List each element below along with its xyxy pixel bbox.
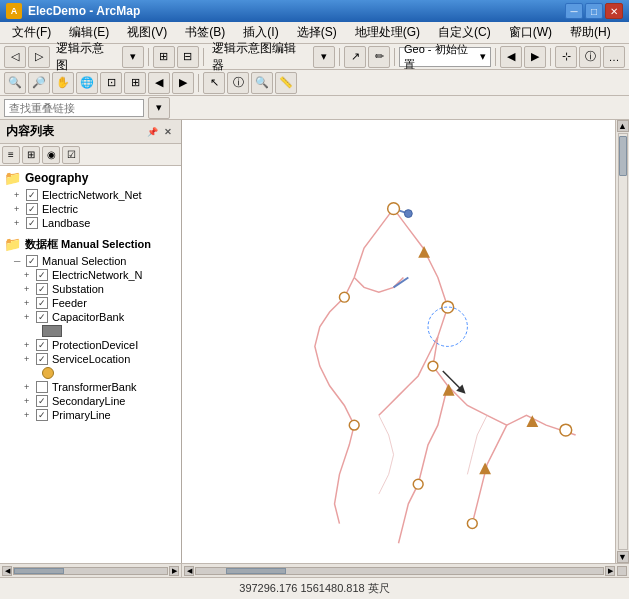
toc-item-servicelocation[interactable]: + ServiceLocation xyxy=(0,352,181,366)
toc-scroll-right[interactable]: ▶ xyxy=(169,566,179,576)
toc-item-capacitorbank-symbol xyxy=(0,324,181,338)
toc-item-capacitorbank[interactable]: + CapacitorBank xyxy=(0,310,181,324)
tb-diagram-dropdown[interactable]: ▾ xyxy=(122,46,144,68)
tb-forward-button[interactable]: ▷ xyxy=(28,46,50,68)
landbase-checkbox[interactable] xyxy=(26,217,38,229)
tb2-select[interactable]: ↖ xyxy=(203,72,225,94)
search-go-button[interactable]: ▾ xyxy=(148,97,170,119)
tb2-full-extent[interactable]: ⊞ xyxy=(124,72,146,94)
svg-point-4 xyxy=(388,203,400,215)
toc-item-transformerbank[interactable]: + TransformerBank xyxy=(0,380,181,394)
tb2-zoom-in[interactable]: 🔍 xyxy=(4,72,26,94)
maximize-button[interactable]: □ xyxy=(585,3,603,19)
window-controls: ─ □ ✕ xyxy=(565,3,623,19)
toc-select-view[interactable]: ☑ xyxy=(62,146,80,164)
tb-separator-2 xyxy=(203,48,204,66)
tb-more-icon[interactable]: … xyxy=(603,46,625,68)
toolbar-editor-label: 逻辑示意图编辑器 xyxy=(208,40,312,74)
tb2-pan[interactable]: ✋ xyxy=(52,72,74,94)
svg-point-6 xyxy=(428,361,438,371)
toc-item-electricnetwork-net[interactable]: + ElectricNetwork_Net xyxy=(0,188,181,202)
expand-icon: + xyxy=(24,298,34,308)
toc-item-landbase[interactable]: + Landbase xyxy=(0,216,181,230)
servicelocation-checkbox[interactable] xyxy=(36,353,48,365)
map-scroll-left[interactable]: ◀ xyxy=(184,566,194,576)
minimize-button[interactable]: ─ xyxy=(565,3,583,19)
protectiondevice-checkbox[interactable] xyxy=(36,339,48,351)
toc-group-geography-header[interactable]: 📁 Geography xyxy=(0,168,181,188)
toc-item-electric[interactable]: + Electric xyxy=(0,202,181,216)
search-bar: ▾ xyxy=(0,96,629,120)
tb-select-icon[interactable]: ⊹ xyxy=(555,46,577,68)
tb-editor-dropdown[interactable]: ▾ xyxy=(313,46,335,68)
toc-vis-view[interactable]: ◉ xyxy=(42,146,60,164)
primaryline-label: PrimaryLine xyxy=(52,409,111,421)
tb-separator-4 xyxy=(394,48,395,66)
map-vertical-scrollbar[interactable]: ▲ ▼ xyxy=(615,120,629,563)
tb-icon2[interactable]: ⊟ xyxy=(177,46,199,68)
window-title: ElecDemo - ArcMap xyxy=(28,4,140,18)
tb-info-icon[interactable]: ⓘ xyxy=(579,46,601,68)
feeder-checkbox[interactable] xyxy=(36,297,48,309)
tb2-identify[interactable]: ⓘ xyxy=(227,72,249,94)
menu-window[interactable]: 窗口(W) xyxy=(501,22,560,43)
servicelocation-label: ServiceLocation xyxy=(52,353,130,365)
scroll-up-btn[interactable]: ▲ xyxy=(617,120,629,132)
toc-toolbar: ≡ ⊞ ◉ ☑ xyxy=(0,144,181,166)
tb2-back[interactable]: ◀ xyxy=(148,72,170,94)
toc-group-manual-header[interactable]: 📁 数据框 Manual Selection xyxy=(0,234,181,254)
close-button[interactable]: ✕ xyxy=(605,3,623,19)
capacitorbank-checkbox[interactable] xyxy=(36,311,48,323)
tb2-globe[interactable]: 🌐 xyxy=(76,72,98,94)
secondaryline-checkbox[interactable] xyxy=(36,395,48,407)
tb-back-button[interactable]: ◁ xyxy=(4,46,26,68)
tb-zoom-next[interactable]: ▶ xyxy=(524,46,546,68)
tb-pen-icon[interactable]: ✏ xyxy=(368,46,390,68)
map-scroll-right[interactable]: ▶ xyxy=(605,566,615,576)
content-wrapper: 内容列表 📌 ✕ ≡ ⊞ ◉ ☑ 📁 Geography xyxy=(0,120,629,599)
map-scroll-thumb[interactable] xyxy=(226,568,286,574)
tb2-extent[interactable]: ⊡ xyxy=(100,72,122,94)
map-area[interactable] xyxy=(182,120,615,563)
toc-item-feeder[interactable]: + Feeder xyxy=(0,296,181,310)
menu-customize[interactable]: 自定义(C) xyxy=(430,22,499,43)
substation-label: Substation xyxy=(52,283,104,295)
toc-pin-icon[interactable]: 📌 xyxy=(145,125,159,139)
menu-help[interactable]: 帮助(H) xyxy=(562,22,619,43)
transformerbank-checkbox[interactable] xyxy=(36,381,48,393)
electric-checkbox[interactable] xyxy=(26,203,38,215)
toc-item-manual-selection[interactable]: ─ Manual Selection xyxy=(0,254,181,268)
tb-cursor-icon[interactable]: ↗ xyxy=(344,46,366,68)
tb2-measure[interactable]: 📏 xyxy=(275,72,297,94)
tb-zoom-prev[interactable]: ◀ xyxy=(500,46,522,68)
expand-icon: + xyxy=(24,270,34,280)
toc-close-icon[interactable]: ✕ xyxy=(161,125,175,139)
toc-scroll-thumb[interactable] xyxy=(14,568,64,574)
tb-icon1[interactable]: ⊞ xyxy=(153,46,175,68)
tb-separator-3 xyxy=(339,48,340,66)
expand-icon: + xyxy=(14,218,24,228)
toc-scroll-left[interactable]: ◀ xyxy=(2,566,12,576)
menu-view[interactable]: 视图(V) xyxy=(119,22,175,43)
primaryline-checkbox[interactable] xyxy=(36,409,48,421)
toc-item-protectiondevice[interactable]: + ProtectionDeviceI xyxy=(0,338,181,352)
toc-item-substation[interactable]: + Substation xyxy=(0,282,181,296)
tb2-forward[interactable]: ▶ xyxy=(172,72,194,94)
toc-item-secondaryline[interactable]: + SecondaryLine xyxy=(0,394,181,408)
menu-geoprocessing[interactable]: 地理处理(G) xyxy=(347,22,428,43)
electricnetwork-checkbox[interactable] xyxy=(26,189,38,201)
electricnetwork-n-checkbox[interactable] xyxy=(36,269,48,281)
toc-item-electricnetwork-n[interactable]: + ElectricNetwork_N xyxy=(0,268,181,282)
toc-list-view[interactable]: ≡ xyxy=(2,146,20,164)
toc-item-primaryline[interactable]: + PrimaryLine xyxy=(0,408,181,422)
expand-icon: + xyxy=(24,354,34,364)
tb2-find[interactable]: 🔍 xyxy=(251,72,273,94)
scroll-thumb-v[interactable] xyxy=(619,136,627,176)
toc-source-view[interactable]: ⊞ xyxy=(22,146,40,164)
geo-dropdown[interactable]: Geo - 初始位置 ▾ xyxy=(399,47,491,67)
manual-selection-checkbox[interactable] xyxy=(26,255,38,267)
tb2-zoom-out[interactable]: 🔎 xyxy=(28,72,50,94)
substation-checkbox[interactable] xyxy=(36,283,48,295)
search-input[interactable] xyxy=(4,99,144,117)
scroll-down-btn[interactable]: ▼ xyxy=(617,551,629,563)
